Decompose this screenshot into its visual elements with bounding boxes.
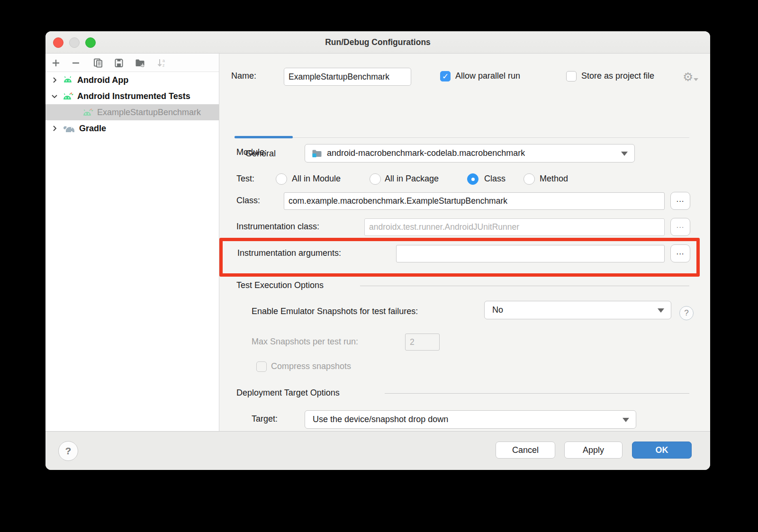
name-label: Name: — [231, 71, 256, 81]
class-browse-button[interactable]: ... — [670, 192, 690, 210]
class-input[interactable] — [284, 192, 665, 210]
target-dropdown[interactable]: Use the device/snapshot drop down — [305, 410, 636, 429]
deployment-target-options-title: Deployment Target Options — [236, 388, 340, 398]
apply-button[interactable]: Apply — [564, 442, 623, 459]
module-label: Module: — [236, 147, 267, 157]
radio-all-in-package[interactable] — [370, 173, 381, 185]
dropdown-arrow-icon — [658, 308, 664, 313]
max-snapshots-input[interactable] — [405, 334, 440, 351]
configurations-sidebar: a z Android App — [45, 54, 219, 431]
radio-method-label[interactable]: Method — [540, 174, 568, 184]
max-snapshots-label: Max Snapshots per test run: — [252, 337, 358, 347]
sidebar-item-label: Android App — [77, 75, 128, 85]
compress-snapshots-checkbox[interactable] — [256, 361, 267, 372]
test-label: Test: — [236, 174, 254, 184]
help-icon[interactable]: ? — [58, 441, 78, 461]
emulator-snapshots-label: Enable Emulator Snapshots for test failu… — [252, 307, 418, 316]
radio-all-in-module[interactable] — [276, 173, 287, 185]
store-as-project-file-checkbox[interactable] — [566, 71, 577, 81]
allow-parallel-run-label[interactable]: Allow parallel run — [455, 71, 520, 81]
allow-parallel-run-checkbox[interactable]: ✓ — [440, 71, 451, 81]
emulator-snapshots-dropdown[interactable]: No — [484, 301, 671, 319]
class-label: Class: — [236, 196, 260, 206]
dropdown-arrow-icon — [621, 152, 628, 156]
instrumentation-arguments-input[interactable] — [396, 245, 665, 262]
emulator-snapshots-value: No — [492, 305, 503, 315]
sidebar-item-gradle[interactable]: Gradle — [45, 120, 219, 136]
target-value: Use the device/snapshot drop down — [313, 415, 448, 424]
new-folder-icon[interactable] — [134, 57, 146, 69]
target-label: Target: — [252, 414, 278, 424]
sort-alphabetically-icon: a z — [155, 57, 168, 69]
android-icon — [62, 74, 74, 86]
module-dropdown[interactable]: android-macrobenchmark-codelab.macrobenc… — [305, 144, 635, 162]
cancel-button[interactable]: Cancel — [496, 442, 555, 459]
module-folder-icon — [312, 149, 322, 158]
radio-class[interactable] — [467, 173, 478, 185]
instrumentation-arguments-browse-button[interactable]: ... — [670, 244, 690, 262]
radio-all-in-module-label[interactable]: All in Module — [292, 174, 341, 184]
compress-snapshots-label: Compress snapshots — [271, 361, 351, 371]
sidebar-item-android-app[interactable]: Android App — [45, 72, 219, 88]
add-configuration-icon[interactable] — [50, 57, 62, 69]
copy-configuration-icon[interactable] — [92, 57, 104, 69]
instrumentation-class-browse-button[interactable]: ... — [670, 218, 690, 236]
sidebar-item-android-instrumented-tests[interactable]: Android Instrumented Tests — [45, 88, 219, 104]
active-tab-underline — [235, 136, 293, 138]
radio-method[interactable] — [523, 173, 535, 185]
instrumentation-arguments-label: Instrumentation arguments: — [237, 248, 341, 258]
gear-icon[interactable]: ⚙ — [683, 70, 693, 84]
chevron-right-icon[interactable] — [51, 125, 58, 132]
android-test-faded-icon — [82, 107, 94, 118]
dropdown-arrow-icon — [623, 418, 629, 422]
svg-text:z: z — [162, 63, 165, 68]
dialog-title: Run/Debug Configurations — [45, 31, 710, 53]
radio-all-in-package-label[interactable]: All in Package — [385, 174, 439, 184]
sidebar-item-examplestartupbenchmark[interactable]: ExampleStartupBenchmark — [45, 104, 219, 120]
sidebar-toolbar: a z — [45, 54, 219, 72]
instrumentation-class-label: Instrumentation class: — [236, 222, 319, 232]
gradle-icon — [62, 123, 76, 134]
chevron-down-icon[interactable] — [51, 93, 58, 99]
snapshots-help-icon[interactable]: ? — [679, 306, 694, 320]
store-as-project-file-label[interactable]: Store as project file — [581, 71, 654, 81]
sidebar-item-label: Gradle — [79, 124, 106, 134]
gear-dropdown-arrow-icon — [694, 78, 698, 81]
ok-button[interactable]: OK — [632, 442, 692, 459]
section-divider — [385, 393, 689, 394]
check-icon: ✓ — [442, 72, 449, 81]
android-test-icon — [62, 90, 74, 102]
test-execution-options-title: Test Execution Options — [236, 280, 324, 290]
sidebar-item-label: Android Instrumented Tests — [77, 91, 190, 101]
name-input[interactable] — [284, 68, 411, 86]
instrumentation-class-input[interactable] — [364, 218, 665, 236]
svg-text:a: a — [162, 58, 165, 63]
section-divider — [360, 286, 689, 286]
module-value: android-macrobenchmark-codelab.macrobenc… — [327, 148, 525, 158]
save-configuration-icon[interactable] — [113, 57, 125, 69]
tabs-divider — [235, 137, 689, 138]
chevron-right-icon[interactable] — [51, 77, 58, 83]
radio-class-label[interactable]: Class — [484, 174, 505, 184]
remove-configuration-icon[interactable] — [70, 57, 82, 69]
run-debug-configurations-dialog: Run/Debug Configurations — [45, 31, 710, 470]
sidebar-item-label: ExampleStartupBenchmark — [97, 108, 201, 117]
